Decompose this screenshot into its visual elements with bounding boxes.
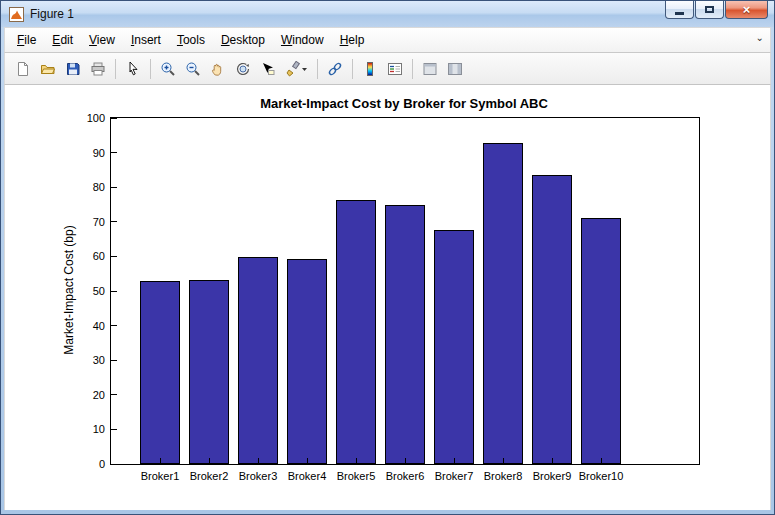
y-tick <box>111 464 117 465</box>
menu-help[interactable]: Help <box>332 30 373 50</box>
x-tick <box>307 458 308 464</box>
x-tick <box>258 458 259 464</box>
menu-view[interactable]: View <box>81 30 123 50</box>
menu-tools[interactable]: Tools <box>169 30 213 50</box>
y-tick <box>111 118 117 119</box>
bar <box>336 200 375 464</box>
bar <box>287 259 326 464</box>
menu-edit[interactable]: Edit <box>44 30 81 50</box>
insert-colorbar-button[interactable] <box>358 57 382 81</box>
x-tick <box>454 458 455 464</box>
x-tick-label: Broker10 <box>566 470 636 482</box>
minimize-icon <box>675 12 684 15</box>
menu-desktop[interactable]: Desktop <box>213 30 273 50</box>
figure-canvas: Market-Impact Cost by Broker for Symbol … <box>4 85 771 510</box>
save-icon <box>65 61 81 77</box>
toolbar-separator <box>412 59 413 79</box>
y-tick <box>111 152 117 153</box>
matlab-figure-icon <box>9 7 24 22</box>
brush-dropdown-caret-icon <box>301 61 308 77</box>
bar <box>189 280 228 464</box>
y-tick-label: 40 <box>65 320 105 332</box>
axes: 0102030405060708090100Broker1Broker2Brok… <box>110 117 700 465</box>
minimize-button[interactable] <box>665 1 694 19</box>
hide-plot-tools-icon <box>422 61 438 77</box>
new-figure-button[interactable] <box>11 57 35 81</box>
link-plot-button[interactable] <box>323 57 347 81</box>
titlebar[interactable]: Figure 1 × <box>1 1 774 27</box>
brush-button[interactable] <box>281 57 312 81</box>
pan-button[interactable] <box>206 57 230 81</box>
y-tick <box>111 394 117 395</box>
y-tick-label: 90 <box>65 147 105 159</box>
window-title: Figure 1 <box>30 7 74 21</box>
y-tick <box>111 187 117 188</box>
hand-icon <box>210 61 226 77</box>
zoom-in-button[interactable] <box>156 57 180 81</box>
y-tick <box>111 291 117 292</box>
data-cursor-button[interactable] <box>256 57 280 81</box>
toolbar <box>4 53 771 85</box>
printer-icon <box>90 61 106 77</box>
bar <box>140 281 179 464</box>
close-icon: × <box>743 2 751 17</box>
rotate-3d-button[interactable] <box>231 57 255 81</box>
edit-plot-button[interactable] <box>121 57 145 81</box>
y-tick <box>111 256 117 257</box>
bar <box>238 257 277 464</box>
y-tick-label: 60 <box>65 250 105 262</box>
y-tick-label: 50 <box>65 285 105 297</box>
bar <box>483 143 522 464</box>
bar <box>434 230 473 464</box>
y-tick-label: 20 <box>65 389 105 401</box>
y-tick <box>111 360 117 361</box>
chart-title: Market-Impact Cost by Broker for Symbol … <box>110 96 698 111</box>
x-tick <box>405 458 406 464</box>
maximize-button[interactable] <box>695 1 724 19</box>
menu-window[interactable]: Window <box>273 30 332 50</box>
show-plot-tools-button[interactable] <box>443 57 467 81</box>
x-tick <box>503 458 504 464</box>
menubar: File Edit View Insert Tools Desktop Wind… <box>4 27 771 53</box>
x-tick <box>160 458 161 464</box>
toolbar-separator <box>150 59 151 79</box>
colorbar-icon <box>362 61 378 77</box>
link-plot-icon <box>327 61 343 77</box>
data-cursor-icon <box>260 61 276 77</box>
y-tick <box>111 221 117 222</box>
maximize-icon <box>705 6 714 13</box>
x-tick <box>552 458 553 464</box>
zoom-in-icon <box>160 61 176 77</box>
bar <box>385 205 424 464</box>
brush-icon <box>285 61 301 77</box>
zoom-out-icon <box>185 61 201 77</box>
pointer-icon <box>125 61 141 77</box>
hide-plot-tools-button[interactable] <box>418 57 442 81</box>
print-figure-button[interactable] <box>86 57 110 81</box>
y-tick-label: 80 <box>65 181 105 193</box>
insert-legend-button[interactable] <box>383 57 407 81</box>
toolbar-separator <box>317 59 318 79</box>
bar <box>581 218 620 464</box>
y-tick <box>111 325 117 326</box>
legend-icon <box>387 61 403 77</box>
close-button[interactable]: × <box>725 1 768 19</box>
y-tick <box>111 429 117 430</box>
menu-file[interactable]: File <box>9 30 44 50</box>
zoom-out-button[interactable] <box>181 57 205 81</box>
open-folder-icon <box>40 61 56 77</box>
open-file-button[interactable] <box>36 57 60 81</box>
toolbar-separator <box>115 59 116 79</box>
y-tick-label: 10 <box>65 423 105 435</box>
window-controls: × <box>664 1 768 19</box>
toolbar-separator <box>352 59 353 79</box>
y-tick-label: 100 <box>65 112 105 124</box>
show-plot-tools-icon <box>447 61 463 77</box>
save-figure-button[interactable] <box>61 57 85 81</box>
x-tick <box>356 458 357 464</box>
menu-insert[interactable]: Insert <box>123 30 169 50</box>
y-tick-label: 0 <box>65 458 105 470</box>
x-tick <box>209 458 210 464</box>
bar <box>532 175 571 464</box>
chevron-down-icon[interactable]: ⌄ <box>756 32 764 43</box>
